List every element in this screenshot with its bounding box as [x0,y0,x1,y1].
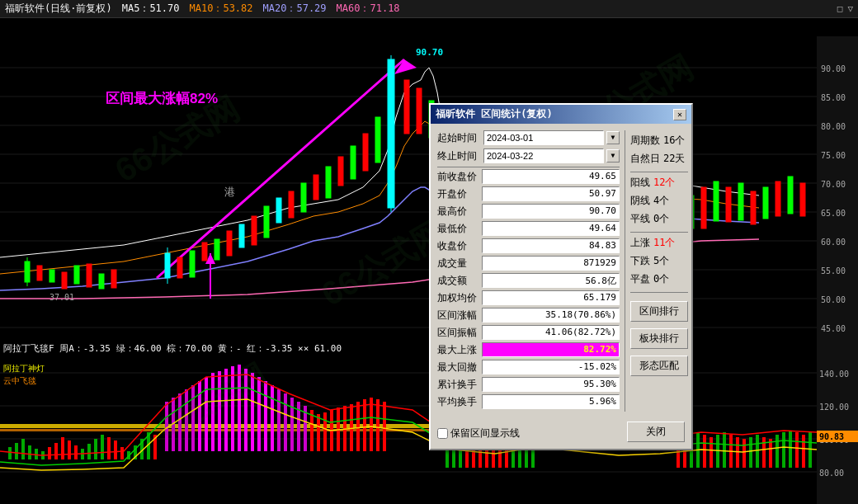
amplitude-label: 区间振幅 [437,326,480,340]
range-value: 35.18(70.86%) [482,308,620,323]
yin-row: 阴线 4个 [630,194,688,208]
natural-row: 自然日 22天 [630,152,688,166]
svg-text:45.00: 45.00 [821,324,846,333]
natural-label: 自然日 [630,152,660,166]
start-time-input[interactable] [483,130,604,145]
svg-rect-40 [351,146,356,179]
svg-rect-23 [111,270,116,288]
amplitude-value: 41.06(82.72%) [482,325,620,340]
svg-rect-169 [749,437,752,468]
svg-rect-139 [356,402,360,451]
volume-label: 成交量 [437,257,480,271]
ma10-label: MA10：53.82 [190,2,253,16]
ma5-label: MA5：51.70 [122,2,180,16]
amount-label: 成交额 [437,274,480,288]
svg-rect-128 [284,393,287,451]
corner-icon-1[interactable]: □ [837,3,843,14]
svg-text:90.83: 90.83 [819,432,844,441]
svg-text:60.00: 60.00 [821,238,846,247]
svg-rect-167 [736,437,739,468]
pattern-match-button[interactable]: 形态匹配 [630,356,688,376]
svg-rect-129 [290,398,294,451]
svg-text:65.00: 65.00 [821,209,846,218]
keep-line-checkbox[interactable] [437,428,448,439]
svg-rect-20 [74,266,79,284]
avg-handover-value: 5.96% [482,394,620,409]
amount-row: 成交额 56.8亿 [437,273,620,288]
avg-handover-label: 平均换手 [437,395,480,409]
range-label: 区间涨幅 [437,309,480,323]
keep-line-label: 保留区间显示线 [450,426,520,440]
svg-rect-103 [114,440,117,459]
svg-rect-31 [239,224,244,247]
low-label: 最低价 [437,222,480,236]
svg-rect-177 [802,435,805,468]
checkbox-area: 保留区间显示线 [437,426,520,440]
fall-row: 下跌 5个 [630,254,688,268]
svg-text:80.00: 80.00 [819,469,844,478]
yang-row: 阳线 12个 [630,176,688,190]
svg-rect-141 [370,398,373,451]
flat2-row: 平盘 0个 [630,272,688,286]
natural-value: 22天 [663,152,685,166]
svg-rect-176 [795,432,799,468]
dialog-close-button[interactable]: ✕ [673,109,686,120]
prev-close-row: 前收盘价 49.65 [437,169,620,184]
svg-rect-174 [782,432,785,468]
svg-rect-39 [338,157,343,186]
corner-icon-2[interactable]: ▽ [847,3,853,14]
open-value: 50.97 [482,186,620,201]
svg-rect-126 [271,385,274,451]
indicator-label: 阿拉丁飞毯F 周A：-3.35 绿：46.00 棕：70.00 黄：- 红：-3… [3,342,342,355]
svg-rect-88 [15,443,18,459]
svg-rect-80 [817,340,858,504]
corner-icons: □ ▽ [837,3,853,14]
svg-rect-173 [776,435,779,468]
flat-label: 平线 [630,212,650,226]
end-time-input[interactable] [483,148,604,163]
range-rank-button[interactable]: 区间排行 [630,301,688,322]
svg-rect-165 [723,432,726,468]
svg-rect-142 [376,399,380,451]
dialog-right-panel: 周期数 16个 自然日 22天 阳线 12个 阴线 4个 平线 [625,130,688,412]
low-row: 最低价 49.64 [437,221,620,236]
divider1 [437,167,620,167]
svg-rect-175 [789,431,792,468]
svg-rect-55 [751,191,756,224]
statistics-dialog: 福昕软件 区间统计(复权) ✕ 起始时间 ▼ 终止时间 ▼ 前收盘价 49.65 [429,103,693,450]
svg-rect-59 [800,183,805,216]
indicator-line2: 云中飞毯 [3,375,36,387]
dialog-footer: 保留区间显示线 关闭 [431,418,691,449]
max-fall-label: 最大回撤 [437,360,480,374]
start-time-dropdown[interactable]: ▼ [606,131,620,144]
sector-rank-button[interactable]: 板块排行 [630,328,688,349]
dialog-left-panel: 起始时间 ▼ 终止时间 ▼ 前收盘价 49.65 开盘价 50.97 最高价 [437,130,625,412]
end-time-dropdown[interactable]: ▼ [606,149,620,163]
svg-rect-134 [323,412,327,451]
svg-rect-168 [742,439,746,468]
svg-rect-42 [375,117,380,163]
open-label: 开盘价 [437,187,480,201]
svg-text:70.00: 70.00 [821,180,846,189]
svg-text:75.00: 75.00 [821,151,846,160]
max-fall-value: -15.02% [482,360,620,374]
fall-label: 下跌 [630,254,650,268]
flat2-label: 平盘 [630,272,650,286]
svg-rect-163 [710,437,713,468]
open-row: 开盘价 50.97 [437,186,620,201]
svg-rect-38 [326,167,331,198]
svg-text:50.00: 50.00 [821,295,846,304]
high-label: 最高价 [437,205,480,219]
svg-rect-162 [703,435,706,468]
fall-value: 5个 [653,254,669,268]
svg-text:港: 港 [224,186,235,198]
svg-rect-46 [417,88,422,134]
close-button[interactable]: 关闭 [627,422,685,442]
svg-rect-35 [289,191,294,218]
start-time-label: 起始时间 [437,131,480,145]
svg-rect-54 [738,183,743,220]
svg-rect-57 [776,181,780,216]
svg-rect-17 [37,266,42,280]
svg-text:55.00: 55.00 [821,266,846,276]
svg-rect-93 [48,447,51,459]
